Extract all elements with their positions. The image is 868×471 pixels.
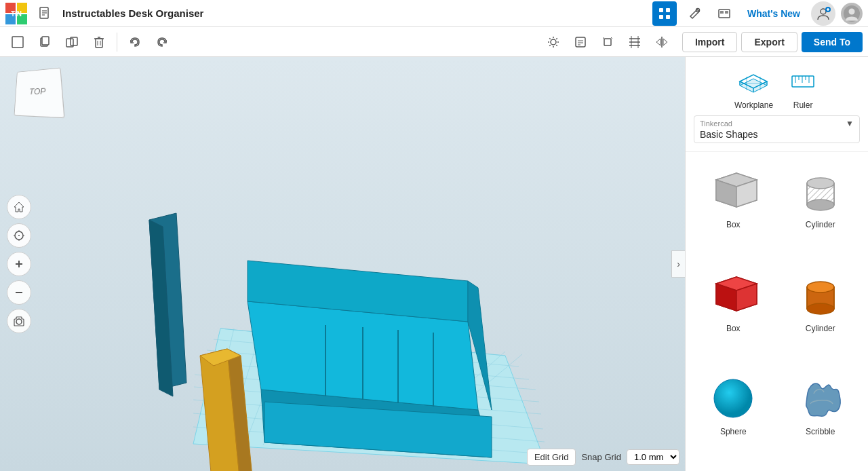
align-button[interactable]	[623, 30, 647, 54]
toolbar-right	[541, 30, 674, 54]
header-bar: TIN Instructables Desk Organiser	[0, 0, 868, 27]
svg-line-39	[549, 38, 550, 39]
tools-nav-icon[interactable]	[682, 1, 707, 26]
svg-point-136	[807, 303, 834, 314]
home-view-button[interactable]	[7, 195, 31, 219]
delete-button[interactable]	[87, 30, 111, 54]
svg-line-42	[549, 45, 550, 45]
scene-area: TOP	[0, 57, 685, 471]
workplane-icon	[737, 65, 770, 98]
action-buttons: Import Export Send To	[682, 32, 863, 52]
whats-new-button[interactable]: What's New	[742, 5, 806, 22]
camera-button[interactable]	[7, 309, 31, 333]
left-controls	[7, 195, 31, 333]
shape-cylinder-orange[interactable]: Cylinder	[778, 261, 863, 362]
svg-point-135	[807, 282, 834, 293]
duplicate-button[interactable]	[60, 30, 84, 54]
document-icon[interactable]	[33, 1, 57, 26]
light-button[interactable]	[541, 30, 566, 54]
bottom-controls: Edit Grid Snap Grid 1.0 mm 0.5 mm 0.1 mm	[527, 449, 679, 466]
right-panel: Workplane Ruler	[685, 57, 868, 471]
workplane-tool[interactable]: Workplane	[734, 65, 773, 110]
sphere-blue-label: Sphere	[720, 427, 747, 436]
grid-nav-icon[interactable]	[652, 1, 677, 26]
cylinder-orange-icon	[793, 267, 848, 321]
box-gray-label: Box	[726, 220, 741, 229]
svg-rect-16	[720, 11, 724, 14]
undo-button[interactable]	[123, 30, 147, 54]
svg-rect-15	[719, 10, 730, 18]
mirror-button[interactable]	[650, 30, 674, 54]
snap-grid-select[interactable]: 1.0 mm 0.5 mm 0.1 mm	[627, 449, 679, 465]
zoom-in-button[interactable]	[7, 252, 31, 276]
svg-rect-47	[604, 39, 611, 45]
svg-point-68	[16, 319, 22, 324]
rotate-button[interactable]	[595, 30, 620, 54]
svg-line-40	[556, 45, 557, 45]
svg-point-60	[18, 235, 20, 236]
svg-marker-58	[14, 202, 24, 212]
svg-rect-10	[659, 8, 663, 12]
toolbar: Import Export Send To	[0, 27, 868, 57]
shape-sphere-blue[interactable]: Sphere	[691, 364, 776, 466]
svg-rect-12	[659, 15, 663, 19]
new-shape-button[interactable]	[5, 30, 30, 54]
add-user-button[interactable]	[811, 1, 835, 26]
svg-point-23	[849, 8, 855, 14]
import-button[interactable]: Import	[682, 32, 738, 52]
shape-box-gray[interactable]: Box	[691, 157, 776, 259]
svg-rect-43	[576, 37, 585, 47]
notes-button[interactable]	[568, 30, 593, 54]
ruler-label: Ruler	[793, 100, 813, 110]
box-red-icon	[706, 267, 760, 321]
view-cube[interactable]: TOP	[14, 68, 68, 122]
shape-cylinder-gray[interactable]: Cylinder	[778, 157, 863, 259]
ruler-icon	[787, 65, 819, 98]
panel-tools: Workplane Ruler	[734, 65, 819, 110]
svg-text:TIN: TIN	[11, 10, 22, 18]
svg-rect-17	[725, 11, 728, 14]
zoom-out-button[interactable]	[7, 280, 31, 305]
viewport[interactable]: TOP	[0, 57, 685, 471]
cylinder-orange-label: Cylinder	[806, 324, 835, 333]
shape-scribble[interactable]: Scribble	[778, 364, 863, 466]
cylinder-gray-label: Cylinder	[806, 220, 835, 229]
svg-point-18	[821, 9, 826, 14]
shape-category-selector[interactable]: Tinkercad ▼ Basic Shapes	[694, 115, 860, 143]
svg-rect-11	[666, 8, 670, 12]
svg-rect-13	[666, 15, 670, 19]
toolbar-separator	[117, 33, 117, 52]
svg-point-126	[807, 178, 834, 189]
fit-view-button[interactable]	[7, 223, 31, 248]
snap-grid-label: Snap Grid	[581, 452, 621, 462]
svg-line-41	[556, 38, 557, 39]
tinkercad-logo[interactable]: TIN	[5, 3, 27, 24]
gallery-nav-icon[interactable]	[712, 1, 736, 26]
view-cube-label: TOP	[14, 68, 64, 119]
panel-collapse-button[interactable]: ›	[671, 250, 685, 278]
sphere-blue-icon	[706, 370, 760, 424]
category-name: Basic Shapes	[700, 129, 758, 140]
shape-box-red[interactable]: Box	[691, 261, 776, 362]
svg-marker-56	[656, 39, 660, 45]
sendto-button[interactable]: Send To	[802, 32, 863, 52]
cylinder-gray-icon	[793, 163, 848, 217]
box-red-label: Box	[726, 324, 741, 333]
scribble-label: Scribble	[806, 427, 835, 436]
svg-line-48	[603, 37, 604, 39]
box-gray-icon	[706, 163, 760, 217]
panel-top: Workplane Ruler	[686, 57, 868, 152]
copy-button[interactable]	[33, 30, 57, 54]
scribble-icon	[793, 370, 848, 424]
svg-point-139	[714, 379, 752, 417]
category-meta: Tinkercad	[700, 119, 732, 128]
main-area: TOP	[0, 57, 868, 471]
workplane-label: Workplane	[734, 100, 773, 110]
svg-rect-24	[12, 37, 23, 48]
ruler-tool[interactable]: Ruler	[787, 65, 819, 110]
export-button[interactable]: Export	[741, 32, 797, 52]
svg-marker-109	[740, 79, 767, 92]
redo-button[interactable]	[150, 30, 174, 54]
user-avatar[interactable]	[841, 3, 863, 24]
edit-grid-button[interactable]: Edit Grid	[527, 449, 576, 466]
